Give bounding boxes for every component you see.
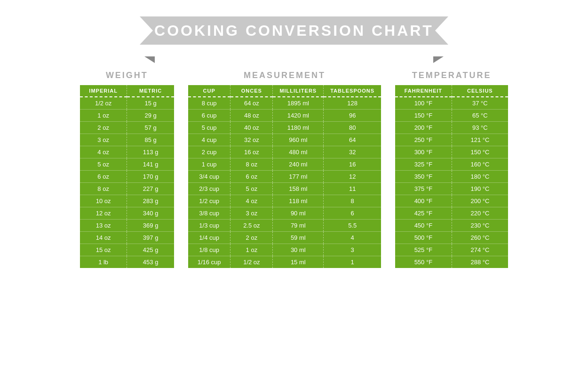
table-cell: 29 g	[127, 110, 174, 122]
measurement-title: MEASUREMENT	[244, 71, 326, 80]
table-cell: 13 oz	[80, 220, 127, 232]
table-row: 1 cup8 oz240 ml16	[188, 158, 381, 171]
table-cell: 79 ml	[273, 220, 324, 232]
table-row: 1/3 cup2.5 oz79 ml5.5	[188, 220, 381, 232]
table-cell: 3/8 cup	[188, 207, 230, 220]
meas-col-onces: ONCES	[230, 85, 273, 97]
table-cell: 1 oz	[230, 244, 273, 256]
table-cell: 525 °F	[395, 244, 452, 256]
table-cell: 14 oz	[80, 232, 127, 244]
table-cell: 220 °C	[452, 207, 508, 220]
table-row: 6 oz170 g	[80, 171, 174, 183]
table-cell: 90 ml	[273, 207, 324, 220]
table-cell: 500 °F	[395, 232, 452, 244]
table-cell: 340 g	[127, 207, 174, 220]
weight-header-row: IMPERIAL METRIC	[80, 85, 174, 97]
temp-col-fahrenheit: FAHRENHEIT	[395, 85, 452, 97]
table-cell: 350 °F	[395, 171, 452, 183]
table-cell: 190 °C	[452, 183, 508, 195]
table-cell: 93 °C	[452, 122, 508, 134]
table-cell: 960 ml	[273, 134, 324, 146]
table-cell: 450 °F	[395, 220, 452, 232]
table-cell: 32	[324, 146, 381, 158]
table-cell: 16	[324, 158, 381, 171]
table-cell: 550 °F	[395, 256, 452, 268]
temp-header-row: FAHRENHEIT CELSIUS	[395, 85, 508, 97]
table-cell: 425 g	[127, 244, 174, 256]
weight-table: IMPERIAL METRIC 1/2 oz15 g1 oz29 g2 oz57…	[80, 85, 174, 268]
table-cell: 128	[324, 97, 381, 110]
table-cell: 1 lb	[80, 256, 127, 268]
table-cell: 200 °F	[395, 122, 452, 134]
table-cell: 15 oz	[80, 244, 127, 256]
meas-col-ml: MILLILITERS	[273, 85, 324, 97]
table-row: 13 oz369 g	[80, 220, 174, 232]
temp-col-celsius: CELSIUS	[452, 85, 508, 97]
table-cell: 113 g	[127, 146, 174, 158]
temperature-section: TEMPERATURE FAHRENHEIT CELSIUS 100 °F37 …	[395, 71, 508, 268]
table-cell: 170 g	[127, 171, 174, 183]
table-cell: 118 ml	[273, 195, 324, 207]
table-cell: 64	[324, 134, 381, 146]
table-cell: 12 oz	[80, 207, 127, 220]
table-row: 200 °F93 °C	[395, 122, 508, 134]
table-cell: 3 oz	[80, 134, 127, 146]
table-cell: 141 g	[127, 158, 174, 171]
table-row: 3/4 cup6 oz177 ml12	[188, 171, 381, 183]
table-row: 325 °F160 °C	[395, 158, 508, 171]
table-row: 8 oz227 g	[80, 183, 174, 195]
table-cell: 8	[324, 195, 381, 207]
table-cell: 160 °C	[452, 158, 508, 171]
table-row: 500 °F260 °C	[395, 232, 508, 244]
table-cell: 85 g	[127, 134, 174, 146]
temperature-title: TEMPERATURE	[412, 71, 492, 80]
table-cell: 8 oz	[80, 183, 127, 195]
table-cell: 1180 ml	[273, 122, 324, 134]
table-cell: 369 g	[127, 220, 174, 232]
main-content: WEIGHT IMPERIAL METRIC 1/2 oz15 g1 oz29 …	[0, 71, 588, 268]
table-cell: 6 oz	[80, 171, 127, 183]
table-cell: 288 °C	[452, 256, 508, 268]
table-cell: 2/3 cup	[188, 183, 230, 195]
table-cell: 3 oz	[230, 207, 273, 220]
table-row: 350 °F180 °C	[395, 171, 508, 183]
table-row: 2/3 cup5 oz158 ml11	[188, 183, 381, 195]
fold-right	[433, 56, 444, 63]
measurement-table: CUP ONCES MILLILITERS TABLESPOONS 8 cup6…	[188, 85, 381, 268]
table-cell: 274 °C	[452, 244, 508, 256]
table-row: 4 oz113 g	[80, 146, 174, 158]
table-cell: 150 °C	[452, 146, 508, 158]
temperature-table: FAHRENHEIT CELSIUS 100 °F37 °C150 °F65 °…	[395, 85, 508, 268]
table-cell: 4 oz	[230, 195, 273, 207]
table-cell: 5.5	[324, 220, 381, 232]
table-cell: 1/2 cup	[188, 195, 230, 207]
table-cell: 4 cup	[188, 134, 230, 146]
table-cell: 2.5 oz	[230, 220, 273, 232]
table-row: 15 oz425 g	[80, 244, 174, 256]
table-cell: 3/4 cup	[188, 171, 230, 183]
table-cell: 12	[324, 171, 381, 183]
table-cell: 150 °F	[395, 110, 452, 122]
table-cell: 6 oz	[230, 171, 273, 183]
table-cell: 325 °F	[395, 158, 452, 171]
table-cell: 227 g	[127, 183, 174, 195]
table-row: 4 cup32 oz960 ml64	[188, 134, 381, 146]
table-cell: 48 oz	[230, 110, 273, 122]
table-cell: 5 cup	[188, 122, 230, 134]
table-row: 375 °F190 °C	[395, 183, 508, 195]
table-cell: 6	[324, 207, 381, 220]
table-cell: 177 ml	[273, 171, 324, 183]
table-cell: 11	[324, 183, 381, 195]
table-row: 1/4 cup2 oz59 ml4	[188, 232, 381, 244]
table-cell: 121 °C	[452, 134, 508, 146]
table-cell: 283 g	[127, 195, 174, 207]
table-cell: 4 oz	[80, 146, 127, 158]
table-cell: 96	[324, 110, 381, 122]
table-row: 1 oz29 g	[80, 110, 174, 122]
table-row: 10 oz283 g	[80, 195, 174, 207]
weight-title: WEIGHT	[106, 71, 148, 80]
table-cell: 200 °C	[452, 195, 508, 207]
table-row: 550 °F288 °C	[395, 256, 508, 268]
table-cell: 16 oz	[230, 146, 273, 158]
weight-col-metric: METRIC	[127, 85, 174, 97]
